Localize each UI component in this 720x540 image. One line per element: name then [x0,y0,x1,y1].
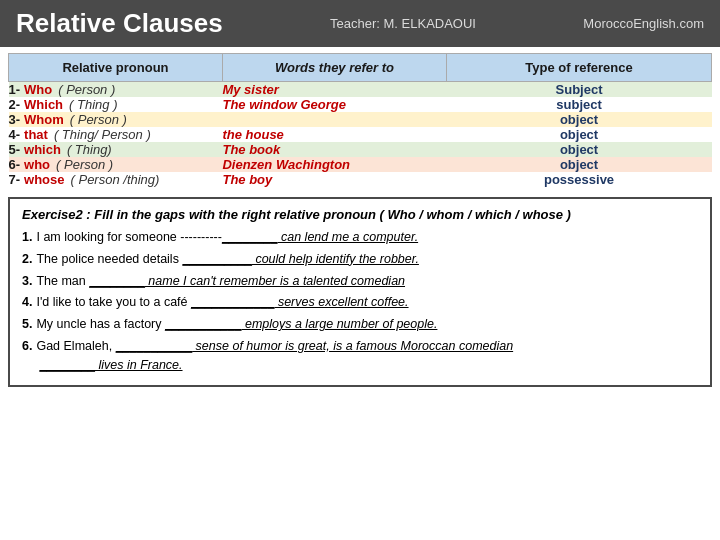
table-row: 5-which( Thing)The bookobject [9,142,712,157]
relative-clauses-table: Relative pronoun Words they refer to Typ… [8,53,712,187]
pronoun-desc: ( Person ) [58,82,115,97]
type-cell: object [447,157,712,172]
ex-text-before: The man [36,274,89,288]
pronoun-word: Which [24,97,63,112]
ex-blank: ___________ [116,339,192,353]
pronoun-word: which [24,142,61,157]
row-num: 7- [9,172,21,187]
pronoun-cell: 5-which( Thing) [9,142,223,157]
ex-text-before: The police needed details [36,252,182,266]
ex-blank-2: ________ [39,358,95,372]
exercise-item: 3.The man ________ name I can't remember… [22,272,698,291]
words-cell [222,112,446,127]
pronoun-cell: 2-Which( Thing ) [9,97,223,112]
ex-blank: ________ [89,274,145,288]
ex-num: 1. [22,230,32,244]
type-cell: object [447,127,712,142]
table-row: 7-whose( Person /thing)The boypossessive [9,172,712,187]
ex-answer: name I can't remember is a talented come… [145,274,405,288]
pronoun-desc: ( Thing ) [69,97,117,112]
table-header-row: Relative pronoun Words they refer to Typ… [9,54,712,82]
table-row: 1-Who( Person )My sisterSubject [9,82,712,98]
page-header: Relative Clauses Teacher: M. ELKADAOUI M… [0,0,720,47]
ex-answer: employs a large number of people. [241,317,437,331]
type-cell: subject [447,97,712,112]
ex-num: 6. [22,339,32,353]
ex-text-before: My uncle has a factory [36,317,165,331]
ex-blank: ________ [222,230,278,244]
exercise-item: 2.The police needed details __________ c… [22,250,698,269]
row-num: 3- [9,112,21,127]
ex-answer-2: lives in France. [95,358,183,372]
col-header-type: Type of reference [447,54,712,82]
pronoun-desc: ( Person ) [56,157,113,172]
words-cell: My sister [222,82,446,98]
ex-answer: could help identify the robber. [252,252,419,266]
pronoun-desc: ( Thing) [67,142,112,157]
teacher-label: Teacher: M. ELKADAOUI [263,16,544,31]
words-cell: Dienzen Wachington [222,157,446,172]
ex-num: 4. [22,295,32,309]
ex-num: 5. [22,317,32,331]
pronoun-cell: 6-who( Person ) [9,157,223,172]
pronoun-word: Whom [24,112,64,127]
row-num: 5- [9,142,21,157]
words-cell: The book [222,142,446,157]
row-num: 6- [9,157,21,172]
pronoun-word: who [24,157,50,172]
ex-num: 3. [22,274,32,288]
type-cell: object [447,142,712,157]
table-row: 3-Whom( Person )object [9,112,712,127]
pronoun-word: Who [24,82,52,97]
ex-blank: __________ [182,252,252,266]
ex-blank: ___________ [165,317,241,331]
exercise-item: 6.Gad Elmaleh, ___________ sense of humo… [22,337,698,375]
exercise-item: 4.I'd like to take you to a café _______… [22,293,698,312]
ex-text-before: I'd like to take you to a café [36,295,191,309]
words-cell: the house [222,127,446,142]
row-num: 4- [9,127,21,142]
ex-answer: sense of humor is great, is a famous Mor… [192,339,513,353]
type-cell: Subject [447,82,712,98]
table-row: 2-Which( Thing )The window Georgesubject [9,97,712,112]
pronoun-word: that [24,127,48,142]
ex-blank: ____________ [191,295,274,309]
words-cell: The boy [222,172,446,187]
pronoun-cell: 3-Whom( Person ) [9,112,223,127]
exercise-item: 5.My uncle has a factory ___________ emp… [22,315,698,334]
col-header-words: Words they refer to [222,54,446,82]
exercise-item: 1.I am looking for someone ----------___… [22,228,698,247]
type-cell: possessive [447,172,712,187]
pronoun-desc: ( Person /thing) [71,172,160,187]
ex-answer: serves excellent coffee. [274,295,408,309]
table-row: 4-that( Thing/ Person )the houseobject [9,127,712,142]
page-title: Relative Clauses [16,8,223,39]
pronoun-desc: ( Thing/ Person ) [54,127,151,142]
pronoun-desc: ( Person ) [70,112,127,127]
ex-answer: can lend me a computer. [278,230,419,244]
exercise-section: Exercise2 : Fill in the gaps with the ri… [8,197,712,387]
ex-text-before: I am looking for someone ---------- [36,230,221,244]
col-header-pronoun: Relative pronoun [9,54,223,82]
main-table-container: Relative pronoun Words they refer to Typ… [0,47,720,191]
pronoun-cell: 1-Who( Person ) [9,82,223,98]
table-row: 6-who( Person )Dienzen Wachingtonobject [9,157,712,172]
pronoun-cell: 4-that( Thing/ Person ) [9,127,223,142]
exercise-list: 1.I am looking for someone ----------___… [22,228,698,374]
row-num: 2- [9,97,21,112]
pronoun-cell: 7-whose( Person /thing) [9,172,223,187]
site-label: MoroccoEnglish.com [583,16,704,31]
ex-text-before: Gad Elmaleh, [36,339,115,353]
exercise-title: Exercise2 : Fill in the gaps with the ri… [22,207,698,222]
pronoun-word: whose [24,172,64,187]
type-cell: object [447,112,712,127]
ex-num: 2. [22,252,32,266]
words-cell: The window George [222,97,446,112]
row-num: 1- [9,82,21,97]
exercise-title-text: Exercise2 : Fill in the gaps with the ri… [22,207,571,222]
